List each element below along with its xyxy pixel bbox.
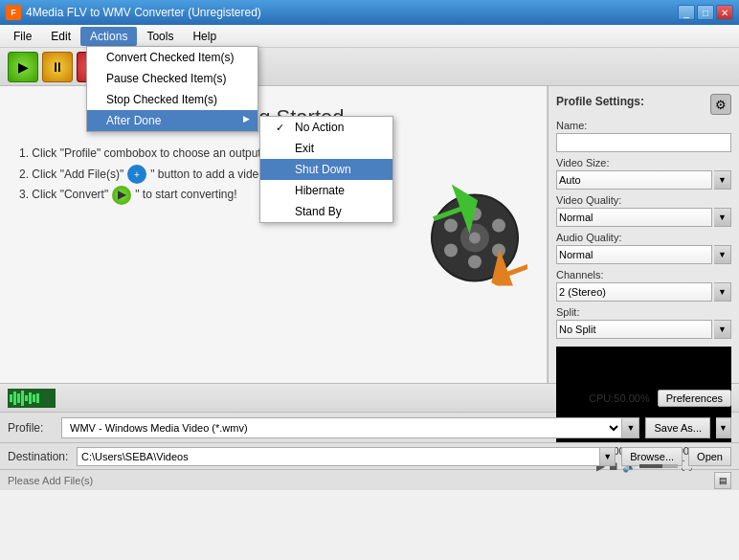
browse-button[interactable]: Browse... — [621, 447, 683, 466]
save-as-arrow[interactable]: ▼ — [716, 417, 731, 438]
video-size-arrow[interactable]: ▼ — [714, 170, 731, 190]
profile-select-arrow[interactable]: ▼ — [622, 417, 639, 438]
channels-select[interactable]: 2 (Stereo) — [556, 282, 712, 302]
profile-settings-title: Profile Settings: — [556, 95, 644, 108]
svg-point-4 — [469, 233, 481, 244]
video-quality-select[interactable]: Normal — [556, 208, 712, 227]
menu-pause[interactable]: Pause Checked Item(s) — [87, 68, 258, 89]
file-list-placeholder: Please Add File(s) — [8, 475, 708, 486]
convert-button[interactable]: ▶ — [8, 52, 38, 82]
film-reel — [422, 181, 527, 289]
video-size-row: Auto ▼ — [556, 170, 731, 190]
audio-quality-select[interactable]: Normal — [556, 245, 712, 264]
audio-quality-arrow[interactable]: ▼ — [714, 245, 731, 264]
after-done-submenu: ✓ No Action Exit Shut Down Hibernate Sta… — [259, 116, 393, 223]
profile-label: Profile: — [8, 421, 56, 435]
right-panel: Profile Settings: ⚙ Name: Video Size: Au… — [548, 86, 739, 383]
destination-input[interactable] — [77, 447, 600, 466]
svg-text:+: + — [134, 169, 140, 180]
audio-quality-row: Normal ▼ — [556, 245, 731, 264]
close-button[interactable]: ✕ — [716, 5, 733, 20]
destination-arrow[interactable]: ▼ — [600, 447, 616, 466]
check-icon: ✓ — [276, 122, 289, 134]
submenu-shutdown[interactable]: Shut Down — [260, 159, 392, 180]
video-quality-row: Normal ▼ — [556, 208, 731, 227]
window-controls: _ □ ✕ — [678, 5, 733, 20]
svg-point-8 — [492, 219, 505, 233]
video-quality-label: Video Quality: — [556, 194, 731, 206]
menu-tools[interactable]: Tools — [137, 27, 183, 46]
profile-area: Profile: WMV - Windows Media Video (*.wm… — [0, 412, 739, 442]
channels-label: Channels: — [556, 269, 731, 280]
maximize-button[interactable]: □ — [697, 5, 714, 20]
menu-after-done[interactable]: After Done — [87, 110, 258, 131]
submenu-exit[interactable]: Exit — [260, 138, 392, 159]
menu-convert[interactable]: Convert Checked Item(s) — [87, 47, 258, 68]
menu-stop[interactable]: Stop Checked Item(s) — [87, 89, 258, 110]
convert-icon: ▶ — [112, 186, 131, 205]
menu-edit[interactable]: Edit — [41, 27, 80, 46]
svg-point-7 — [444, 219, 458, 233]
destination-label: Destination: — [8, 450, 71, 463]
svg-point-9 — [444, 244, 458, 258]
split-arrow[interactable]: ▼ — [714, 320, 731, 339]
name-label: Name: — [556, 120, 731, 131]
video-quality-arrow[interactable]: ▼ — [714, 208, 731, 227]
channels-row: 2 (Stereo) ▼ — [556, 282, 731, 302]
menu-file[interactable]: File — [4, 27, 41, 46]
audio-quality-label: Audio Quality: — [556, 232, 731, 243]
profile-select[interactable]: WMV - Windows Media Video (*.wmv) — [61, 417, 622, 438]
profile-select-row: WMV - Windows Media Video (*.wmv) ▼ — [61, 417, 639, 438]
split-label: Split: — [556, 306, 731, 318]
name-input[interactable] — [556, 133, 731, 152]
title-bar: F 4Media FLV to WMV Converter (Unregiste… — [0, 0, 739, 25]
svg-point-6 — [468, 256, 481, 269]
volume-slider[interactable] — [639, 464, 678, 468]
open-button[interactable]: Open — [688, 447, 731, 466]
split-row: No Split ▼ — [556, 320, 731, 339]
preferences-button[interactable]: Preferences — [658, 390, 731, 407]
settings-icon[interactable]: ⚙ — [710, 94, 731, 115]
submenu-no-action[interactable]: ✓ No Action — [260, 117, 392, 138]
submenu-standby[interactable]: Stand By — [260, 201, 392, 222]
channels-arrow[interactable]: ▼ — [714, 282, 731, 302]
destination-area: Destination: ▼ Browse... Open — [0, 442, 739, 469]
submenu-hibernate[interactable]: Hibernate — [260, 180, 392, 201]
video-size-label: Video Size: — [556, 157, 731, 168]
destination-input-row: ▼ — [77, 447, 616, 466]
menu-actions[interactable]: Actions — [80, 27, 137, 46]
app-icon: F — [6, 5, 21, 20]
minimize-button[interactable]: _ — [678, 5, 695, 20]
split-select[interactable]: No Split — [556, 320, 712, 339]
actions-dropdown: Convert Checked Item(s) Pause Checked It… — [86, 46, 258, 132]
menu-help[interactable]: Help — [183, 27, 226, 46]
add-files-icon: + — [127, 165, 146, 184]
file-list-icon[interactable]: ▤ — [714, 472, 731, 489]
waveform — [8, 389, 56, 408]
video-size-select[interactable]: Auto — [556, 170, 712, 190]
menu-bar: File Edit Actions Tools Help Convert Che… — [0, 25, 739, 48]
cpu-display: CPU:50.00% — [589, 392, 650, 404]
window-title: 4Media FLV to WMV Converter (Unregistere… — [26, 6, 261, 19]
save-as-button[interactable]: Save As... — [645, 417, 710, 438]
pause-button[interactable]: ⏸ — [42, 52, 73, 82]
